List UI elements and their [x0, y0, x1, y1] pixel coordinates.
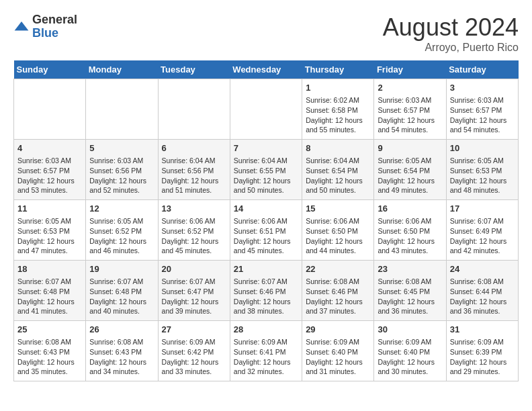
day-number: 31: [450, 324, 515, 336]
day-number: 4: [17, 142, 82, 154]
calendar-cell: 24Sunrise: 6:08 AM Sunset: 6:44 PM Dayli…: [446, 261, 518, 321]
day-number: 26: [89, 324, 154, 336]
day-of-week-header: Saturday: [446, 60, 518, 79]
svg-marker-0: [15, 21, 29, 31]
logo-icon: [13, 19, 30, 35]
logo: General Blue: [13, 13, 77, 40]
day-number: 5: [89, 142, 154, 154]
day-number: 16: [378, 203, 442, 215]
title-block: August 2024 Arroyo, Puerto Rico: [383, 13, 519, 54]
day-info: Sunrise: 6:09 AM Sunset: 6:40 PM Dayligh…: [378, 337, 442, 377]
day-info: Sunrise: 6:09 AM Sunset: 6:40 PM Dayligh…: [306, 337, 370, 377]
calendar-week-row: 25Sunrise: 6:08 AM Sunset: 6:43 PM Dayli…: [14, 321, 519, 381]
calendar-cell: 26Sunrise: 6:08 AM Sunset: 6:43 PM Dayli…: [86, 321, 158, 381]
calendar-cell: 15Sunrise: 6:06 AM Sunset: 6:50 PM Dayli…: [302, 200, 374, 261]
day-info: Sunrise: 6:08 AM Sunset: 6:45 PM Dayligh…: [378, 277, 442, 316]
day-info: Sunrise: 6:03 AM Sunset: 6:57 PM Dayligh…: [378, 95, 442, 135]
day-info: Sunrise: 6:06 AM Sunset: 6:52 PM Dayligh…: [162, 216, 226, 256]
day-number: 30: [378, 324, 442, 336]
logo-blue-text: Blue: [32, 27, 77, 40]
calendar-cell: 6Sunrise: 6:04 AM Sunset: 6:56 PM Daylig…: [158, 140, 230, 200]
day-number: 3: [450, 82, 515, 94]
calendar-cell: 4Sunrise: 6:03 AM Sunset: 6:57 PM Daylig…: [14, 140, 86, 200]
day-info: Sunrise: 6:07 AM Sunset: 6:49 PM Dayligh…: [450, 216, 515, 256]
day-number: 29: [306, 324, 370, 336]
day-info: Sunrise: 6:06 AM Sunset: 6:50 PM Dayligh…: [378, 216, 442, 256]
calendar-cell: 10Sunrise: 6:05 AM Sunset: 6:53 PM Dayli…: [446, 140, 518, 200]
calendar-cell: 1Sunrise: 6:02 AM Sunset: 6:58 PM Daylig…: [302, 79, 374, 140]
calendar-cell: 9Sunrise: 6:05 AM Sunset: 6:54 PM Daylig…: [374, 140, 446, 200]
day-number: 1: [306, 82, 370, 94]
day-info: Sunrise: 6:05 AM Sunset: 6:53 PM Dayligh…: [450, 156, 515, 195]
day-number: 13: [162, 203, 226, 215]
day-of-week-header: Tuesday: [158, 60, 230, 79]
calendar-cell: 3Sunrise: 6:03 AM Sunset: 6:57 PM Daylig…: [446, 79, 518, 140]
day-number: 6: [162, 142, 226, 154]
calendar-cell: 21Sunrise: 6:07 AM Sunset: 6:46 PM Dayli…: [230, 261, 302, 321]
calendar-cell: 31Sunrise: 6:09 AM Sunset: 6:39 PM Dayli…: [446, 321, 518, 381]
day-of-week-header: Friday: [374, 60, 446, 79]
calendar-cell: 12Sunrise: 6:05 AM Sunset: 6:52 PM Dayli…: [86, 200, 158, 261]
day-number: 10: [450, 142, 515, 154]
day-number: 18: [17, 263, 82, 275]
day-number: 19: [89, 263, 154, 275]
day-number: 11: [17, 203, 82, 215]
day-number: 15: [306, 203, 370, 215]
calendar-header: SundayMondayTuesdayWednesdayThursdayFrid…: [14, 60, 519, 79]
day-number: 12: [89, 203, 154, 215]
day-number: 9: [378, 142, 442, 154]
day-number: 28: [234, 324, 298, 336]
day-number: 27: [162, 324, 226, 336]
calendar-cell: 13Sunrise: 6:06 AM Sunset: 6:52 PM Dayli…: [158, 200, 230, 261]
day-info: Sunrise: 6:04 AM Sunset: 6:55 PM Dayligh…: [234, 156, 298, 195]
logo-text: General Blue: [32, 13, 77, 40]
calendar-cell: 8Sunrise: 6:04 AM Sunset: 6:54 PM Daylig…: [302, 140, 374, 200]
day-number: 2: [378, 82, 442, 94]
calendar-week-row: 4Sunrise: 6:03 AM Sunset: 6:57 PM Daylig…: [14, 140, 519, 200]
day-info: Sunrise: 6:09 AM Sunset: 6:39 PM Dayligh…: [450, 337, 515, 377]
calendar-cell: 16Sunrise: 6:06 AM Sunset: 6:50 PM Dayli…: [374, 200, 446, 261]
day-info: Sunrise: 6:08 AM Sunset: 6:43 PM Dayligh…: [89, 337, 154, 377]
day-info: Sunrise: 6:05 AM Sunset: 6:52 PM Dayligh…: [89, 216, 154, 256]
day-of-week-header: Wednesday: [230, 60, 302, 79]
calendar-cell: [86, 79, 158, 140]
calendar-cell: [14, 79, 86, 140]
day-info: Sunrise: 6:04 AM Sunset: 6:56 PM Dayligh…: [162, 156, 226, 195]
day-info: Sunrise: 6:03 AM Sunset: 6:57 PM Dayligh…: [17, 156, 82, 195]
day-info: Sunrise: 6:07 AM Sunset: 6:47 PM Dayligh…: [162, 277, 226, 316]
calendar-cell: 28Sunrise: 6:09 AM Sunset: 6:41 PM Dayli…: [230, 321, 302, 381]
calendar-cell: 14Sunrise: 6:06 AM Sunset: 6:51 PM Dayli…: [230, 200, 302, 261]
calendar-cell: 7Sunrise: 6:04 AM Sunset: 6:55 PM Daylig…: [230, 140, 302, 200]
calendar-cell: 19Sunrise: 6:07 AM Sunset: 6:48 PM Dayli…: [86, 261, 158, 321]
day-of-week-header: Thursday: [302, 60, 374, 79]
day-of-week-header: Monday: [86, 60, 158, 79]
day-of-week-header: Sunday: [14, 60, 86, 79]
calendar-week-row: 1Sunrise: 6:02 AM Sunset: 6:58 PM Daylig…: [14, 79, 519, 140]
day-info: Sunrise: 6:07 AM Sunset: 6:48 PM Dayligh…: [17, 277, 82, 316]
days-of-week-row: SundayMondayTuesdayWednesdayThursdayFrid…: [14, 60, 519, 79]
day-info: Sunrise: 6:08 AM Sunset: 6:44 PM Dayligh…: [450, 277, 515, 316]
calendar-body: 1Sunrise: 6:02 AM Sunset: 6:58 PM Daylig…: [14, 79, 519, 381]
day-info: Sunrise: 6:06 AM Sunset: 6:50 PM Dayligh…: [306, 216, 370, 256]
day-info: Sunrise: 6:06 AM Sunset: 6:51 PM Dayligh…: [234, 216, 298, 256]
calendar-cell: 18Sunrise: 6:07 AM Sunset: 6:48 PM Dayli…: [14, 261, 86, 321]
day-number: 22: [306, 263, 370, 275]
day-info: Sunrise: 6:04 AM Sunset: 6:54 PM Dayligh…: [306, 156, 370, 195]
calendar-cell: 30Sunrise: 6:09 AM Sunset: 6:40 PM Dayli…: [374, 321, 446, 381]
day-info: Sunrise: 6:07 AM Sunset: 6:46 PM Dayligh…: [234, 277, 298, 316]
day-number: 14: [234, 203, 298, 215]
calendar-cell: 23Sunrise: 6:08 AM Sunset: 6:45 PM Dayli…: [374, 261, 446, 321]
day-info: Sunrise: 6:03 AM Sunset: 6:57 PM Dayligh…: [450, 95, 515, 135]
calendar-table: SundayMondayTuesdayWednesdayThursdayFrid…: [13, 60, 519, 381]
day-info: Sunrise: 6:03 AM Sunset: 6:56 PM Dayligh…: [89, 156, 154, 195]
calendar-cell: 2Sunrise: 6:03 AM Sunset: 6:57 PM Daylig…: [374, 79, 446, 140]
calendar-location: Arroyo, Puerto Rico: [383, 42, 519, 54]
day-number: 7: [234, 142, 298, 154]
calendar-cell: 17Sunrise: 6:07 AM Sunset: 6:49 PM Dayli…: [446, 200, 518, 261]
calendar-cell: [230, 79, 302, 140]
calendar-week-row: 11Sunrise: 6:05 AM Sunset: 6:53 PM Dayli…: [14, 200, 519, 261]
day-number: 23: [378, 263, 442, 275]
calendar-title: August 2024: [383, 13, 519, 42]
logo-general-text: General: [32, 13, 77, 27]
calendar-cell: [158, 79, 230, 140]
